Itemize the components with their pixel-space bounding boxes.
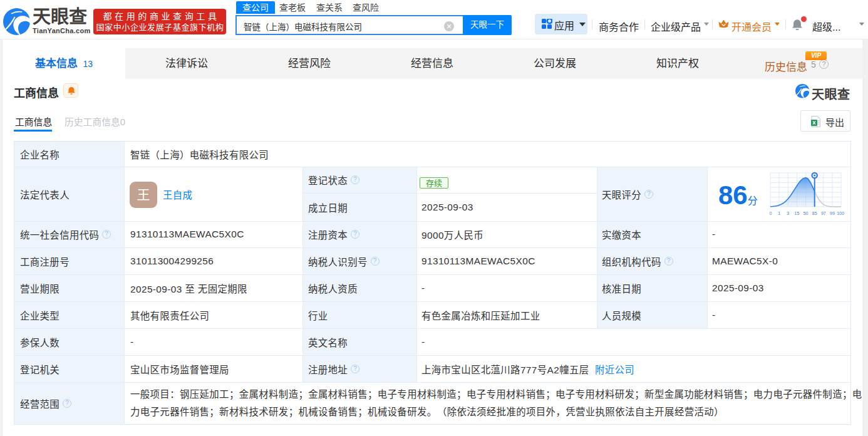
svg-text:99: 99 — [830, 211, 835, 215]
svg-text:100: 100 — [837, 211, 844, 215]
svg-text:97: 97 — [821, 211, 826, 215]
svg-text:0: 0 — [770, 211, 772, 215]
svg-text:3: 3 — [787, 211, 789, 215]
svg-text:15: 15 — [795, 211, 800, 215]
svg-text:50: 50 — [803, 211, 809, 215]
svg-text:1: 1 — [778, 211, 780, 215]
svg-text:85: 85 — [812, 211, 817, 215]
